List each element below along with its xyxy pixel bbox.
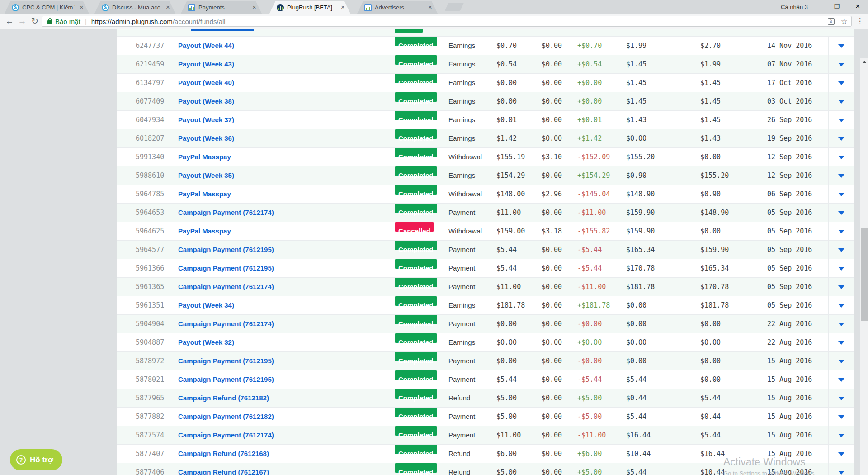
row-description-link[interactable]: Payout (Week 43) [178,55,234,73]
browser-tab[interactable]: Advertisers ✕ [357,1,438,14]
row-description-link[interactable]: Campaign Refund (7612182) [178,389,269,407]
row-id: 5991340 [136,148,164,166]
row-date: 05 Sep 2016 [767,259,812,277]
row-expand-button[interactable] [828,55,854,74]
security-label[interactable]: Bảo mật [55,18,80,25]
row-change: +$1.42 [577,129,602,147]
reload-icon[interactable]: ↻ [29,15,41,27]
row-date: 07 Nov 2016 [767,55,812,73]
minimize-button[interactable]: – [806,0,826,13]
row-balance-before: $0.90 [626,166,646,185]
row-expand-button[interactable] [828,296,854,315]
row-expand-button[interactable] [828,185,854,204]
chevron-down-icon [838,230,844,233]
row-expand-button[interactable] [828,222,854,241]
browser-toolbar: ← → ↻ Bảo mật | https://admin.plugrush.c… [0,14,868,29]
row-description-link[interactable]: Campaign Payment (7612182) [178,408,274,426]
browser-tab[interactable]: PlugRush [BETA] ✕ [269,1,350,14]
status-badge: Completed [395,463,437,473]
row-expand-button[interactable] [828,111,854,129]
row-description-link[interactable]: Payout (Week 38) [178,92,234,110]
row-type: Refund [448,389,470,407]
row-description-link[interactable]: Campaign Payment (7612174) [178,204,274,222]
row-description-link[interactable]: Payout (Week 32) [178,333,234,352]
forward-icon[interactable]: → [16,15,28,27]
row-expand-button[interactable] [828,315,854,333]
back-icon[interactable]: ← [4,15,15,27]
row-date: 12 Sep 2016 [767,148,812,166]
scrollbar-up-arrow-icon[interactable] [860,58,868,66]
new-tab-button[interactable] [445,3,464,11]
row-type: Earnings [448,111,475,129]
tab-close-icon[interactable]: ✕ [165,4,171,11]
row-expand-button[interactable] [828,463,854,475]
row-balance-after: $1.45 [700,74,721,92]
row-change: +$0.00 [577,92,602,110]
row-description-link[interactable]: Campaign Payment (7612174) [178,278,274,296]
row-expand-button[interactable] [828,166,854,185]
browser-tab[interactable]: $ CPC & CPM | Kiếm Tiền T ✕ [5,1,89,14]
url-path[interactable]: /account/funds/all [173,18,226,25]
help-button[interactable]: ? Hỗ trợ [10,449,62,470]
row-expand-button[interactable] [828,389,854,408]
close-button[interactable]: ✕ [847,0,868,13]
row-expand-button[interactable] [828,204,854,222]
row-description-link[interactable]: Campaign Payment (7612174) [178,426,274,444]
row-expand-button[interactable] [828,74,854,92]
row-expand-button[interactable] [828,259,854,278]
browser-tab[interactable]: $ Discuss - Mua acc plugru ✕ [94,1,175,14]
row-expand-button[interactable] [828,408,854,426]
row-expand-button[interactable] [828,278,854,296]
row-expand-button[interactable] [828,370,854,389]
tab-title: Advertisers [375,4,424,11]
browser-tab[interactable]: Payments ✕ [181,1,262,14]
row-description-link[interactable]: Payout (Week 36) [178,129,234,147]
row-expand-button[interactable] [828,445,854,463]
row-change: -$155.82 [577,222,610,240]
scrollbar-thumb[interactable] [861,228,868,321]
row-amount: $148.00 [496,185,525,203]
bookmark-star-icon[interactable]: ☆ [841,18,848,25]
translate-icon[interactable]: 文 [828,18,835,25]
row-description-link[interactable]: Campaign Payment (7612174) [178,315,274,333]
row-description-link[interactable]: Campaign Payment (7612195) [178,352,274,370]
lock-icon[interactable] [47,18,52,24]
row-balance-after: $1.45 [700,111,721,129]
row-expand-button[interactable] [828,148,854,166]
row-fee: $0.00 [542,445,562,463]
browser-menu-icon[interactable]: ⋮ [855,16,864,26]
row-description-link[interactable]: PayPal Masspay [178,185,231,203]
bar-chart-icon [364,4,372,11]
row-expand-button[interactable] [828,129,854,148]
row-expand-button[interactable] [828,37,854,55]
row-description-link[interactable]: Payout (Week 34) [178,296,234,314]
row-expand-button[interactable] [828,241,854,259]
row-balance-before: $5.44 [626,408,646,426]
row-description-link[interactable]: Payout (Week 35) [178,166,234,185]
row-description-link[interactable]: Payout (Week 40) [178,74,234,92]
row-description-link[interactable]: Campaign Payment (7612195) [178,370,274,389]
tab-close-icon[interactable]: ✕ [251,4,257,11]
tab-close-icon[interactable]: ✕ [79,4,85,11]
row-description-link[interactable]: Campaign Payment (7612195) [178,241,274,259]
page-scrollbar[interactable] [860,58,868,475]
row-expand-button[interactable] [828,333,854,352]
row-description-link[interactable]: PayPal Masspay [178,222,231,240]
maximize-button[interactable]: ❐ [826,0,847,13]
row-description-link[interactable]: Payout (Week 37) [178,111,234,129]
row-description-link[interactable]: Campaign Payment (7612195) [178,259,274,277]
row-type: Payment [448,408,475,426]
tab-close-icon[interactable]: ✕ [340,4,346,11]
row-description-link[interactable]: Campaign Refund (7612167) [178,463,269,475]
row-expand-button[interactable] [828,92,854,111]
row-expand-button[interactable] [828,426,854,445]
row-expand-button[interactable] [828,352,854,370]
url-domain[interactable]: https://admin.plugrush.com [91,18,173,25]
row-balance-after: $5.44 [700,389,721,407]
row-description-link[interactable]: Payout (Week 44) [178,37,234,55]
url-bar[interactable]: Bảo mật | https://admin.plugrush.com/acc… [42,16,852,27]
row-description-link[interactable]: Campaign Refund (7612168) [178,445,269,463]
row-description-link[interactable]: PayPal Masspay [178,148,231,166]
tab-close-icon[interactable]: ✕ [427,4,433,11]
status-badge: Completed [395,148,437,157]
